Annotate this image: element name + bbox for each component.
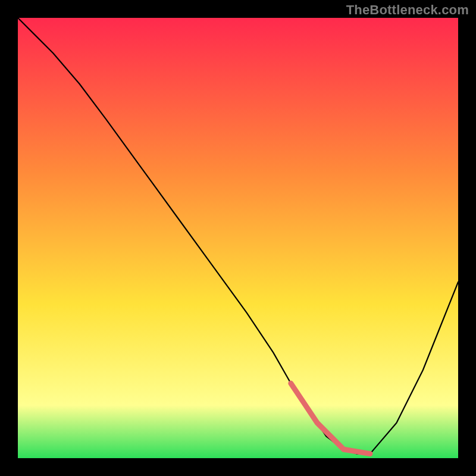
gradient-background — [18, 18, 458, 458]
watermark-text: TheBottleneck.com — [346, 2, 469, 18]
chart-plot-area — [18, 18, 458, 458]
chart-svg — [18, 18, 458, 458]
